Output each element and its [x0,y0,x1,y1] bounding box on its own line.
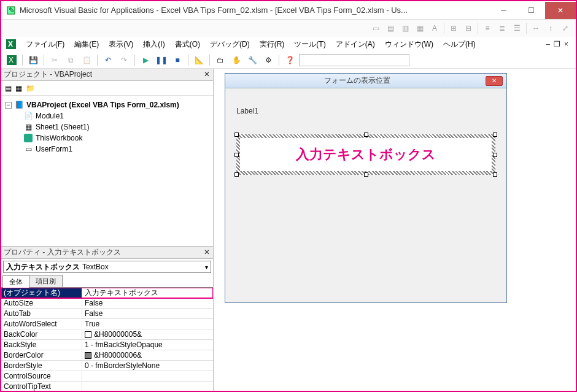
property-value[interactable]: False [82,309,213,318]
resize-handle[interactable] [493,133,497,137]
toolbox-icon[interactable]: ⚙ [261,53,275,67]
tree-item-module1[interactable]: Module1 [36,112,64,120]
project-root[interactable]: VBAProject (Excel VBA Tips Form_02.xlsm) [26,101,179,109]
resize-handle[interactable] [364,172,368,177]
property-row[interactable]: AutoSizeFalse [1,298,213,309]
project-tree[interactable]: − 📘 VBAProject (Excel VBA Tips Form_02.x… [1,96,213,246]
break-icon[interactable]: ❚❚ [155,53,168,67]
project-icon: 📘 [14,100,24,110]
minimize-button[interactable]: ─ [490,2,517,19]
label1-control[interactable]: Label1 [236,107,258,115]
properties-icon[interactable]: ✋ [230,53,243,67]
textbox-text: 入力テキストボックス [296,145,436,164]
resize-handle[interactable] [493,172,497,177]
paste-icon[interactable]: 📋 [80,53,93,67]
project-explorer-panel: プロジェクト - VBAProject ✕ ▤ ▦ 📁 − 📘 VBAProje… [1,69,213,247]
object-browser-icon[interactable]: 🔧 [246,53,259,67]
property-row[interactable]: (オブジェクト名)入力テキストボックス [1,288,213,298]
property-row[interactable]: AutoWordSelectTrue [1,319,213,329]
run-icon[interactable]: ▶ [139,53,152,67]
property-row[interactable]: ControlSource [1,371,213,382]
resize-handle[interactable] [364,133,368,137]
mdi-minimize-button[interactable]: – [546,40,550,48]
disabled-toolbar-strip: ▭ ▤ ▥ ▦ A ⊞ ⊟ ≡ ≣ ☰ ↔ ↕ ⤢ [1,20,576,37]
menu-help[interactable]: ヘルプ(H) [438,37,481,52]
property-row[interactable]: BorderStyle0 - fmBorderStyleNone [1,361,213,371]
position-combo[interactable] [299,54,409,66]
tb-icon: ▥ [400,23,411,34]
close-button[interactable]: ✕ [545,2,576,19]
property-value[interactable]: &H80000005& [82,330,213,339]
project-explorer-icon[interactable]: 🗀 [214,53,227,67]
chevron-down-icon: ▾ [205,264,208,271]
tb-icon: ▦ [414,23,425,34]
tb-icon: ≣ [497,23,508,34]
menu-run[interactable]: 実行(R) [255,37,290,52]
menu-window[interactable]: ウィンドウ(W) [380,37,438,52]
property-value[interactable]: 入力テキストボックス [82,288,213,298]
property-row[interactable]: ControlTipText [1,382,213,391]
userform-title: フォームの表示位置 [229,75,486,86]
menu-tools[interactable]: ツール(T) [289,37,330,52]
standard-toolbar: X 💾 ✂ ⧉ 📋 ↶ ↷ ▶ ❚❚ ■ 📐 🗀 ✋ 🔧 ⚙ ❓ [1,52,576,69]
project-panel-title: プロジェクト - VBAProject [4,69,92,80]
menu-edit[interactable]: 編集(E) [69,37,104,52]
cut-icon[interactable]: ✂ [48,53,61,67]
view-code-icon[interactable]: ▤ [5,84,12,93]
properties-grid[interactable]: (オブジェクト名)入力テキストボックスAutoSizeFalseAutoTabF… [1,288,213,391]
object-selector-combo[interactable]: 入力テキストボックス TextBox ▾ [3,261,211,273]
mdi-close-button[interactable]: × [564,40,568,48]
property-value[interactable]: False [82,299,213,307]
undo-icon[interactable]: ↶ [101,53,115,67]
tab-alphabetic[interactable]: 全体 [2,275,29,288]
properties-panel-close-button[interactable]: ✕ [202,247,212,257]
property-row[interactable]: AutoTabFalse [1,309,213,319]
userform-designer[interactable]: フォームの表示位置 ✕ Label1 入力テキストボックス [225,73,507,303]
property-value[interactable]: 1 - fmBackStyleOpaque [82,340,213,349]
tree-item-sheet1[interactable]: Sheet1 (Sheet1) [36,123,89,131]
resize-handle[interactable] [234,153,239,157]
tab-categorized[interactable]: 項目別 [29,275,63,287]
menu-format[interactable]: 書式(O) [170,37,205,52]
svg-text:X: X [8,40,13,48]
copy-icon[interactable]: ⧉ [64,53,77,67]
property-row[interactable]: BackStyle1 - fmBackStyleOpaque [1,340,213,350]
tb-icon: ⊞ [448,23,459,34]
module-icon: 📄 [23,111,33,121]
project-panel-close-button[interactable]: ✕ [202,69,212,79]
reset-icon[interactable]: ■ [171,53,184,67]
menu-view[interactable]: 表示(V) [104,37,138,52]
tb-icon: ▭ [370,23,381,34]
sheet-icon: ▦ [23,122,33,132]
redo-icon[interactable]: ↷ [117,53,131,67]
property-value[interactable]: 0 - fmBorderStyleNone [82,361,213,370]
excel-icon[interactable]: X [5,38,17,50]
resize-handle[interactable] [493,153,497,157]
view-excel-icon[interactable]: X [5,53,18,67]
mdi-restore-button[interactable]: ❐ [554,40,560,48]
tb-icon: ↕ [545,23,556,34]
textbox-control-selected[interactable]: 入力テキストボックス [236,134,495,175]
menu-addins[interactable]: アドイン(A) [331,37,380,52]
resize-handle[interactable] [234,172,239,177]
menu-debug[interactable]: デバッグ(D) [205,37,255,52]
save-icon[interactable]: 💾 [26,53,40,67]
view-object-icon[interactable]: ▦ [15,84,22,93]
property-row[interactable]: BorderColor&H80000006& [1,350,213,361]
property-value[interactable]: True [82,320,213,328]
property-value[interactable]: &H80000006& [82,351,213,359]
maximize-button[interactable]: ☐ [517,2,545,19]
userform-icon: ▭ [23,144,33,154]
resize-handle[interactable] [234,133,239,137]
menu-insert[interactable]: 挿入(I) [138,37,169,52]
menu-file[interactable]: ファイル(F) [21,37,69,52]
help-icon[interactable]: ❓ [283,53,296,67]
collapse-icon[interactable]: − [5,102,12,109]
tree-item-thisworkbook[interactable]: ThisWorkbook [36,134,82,142]
color-swatch-icon [85,331,91,338]
design-mode-icon[interactable]: 📐 [192,53,206,67]
tree-item-userform1[interactable]: UserForm1 [36,145,72,153]
folder-icon[interactable]: 📁 [26,84,35,93]
property-row[interactable]: BackColor&H80000005& [1,329,213,340]
form-designer-area[interactable]: フォームの表示位置 ✕ Label1 入力テキストボックス [214,69,576,391]
